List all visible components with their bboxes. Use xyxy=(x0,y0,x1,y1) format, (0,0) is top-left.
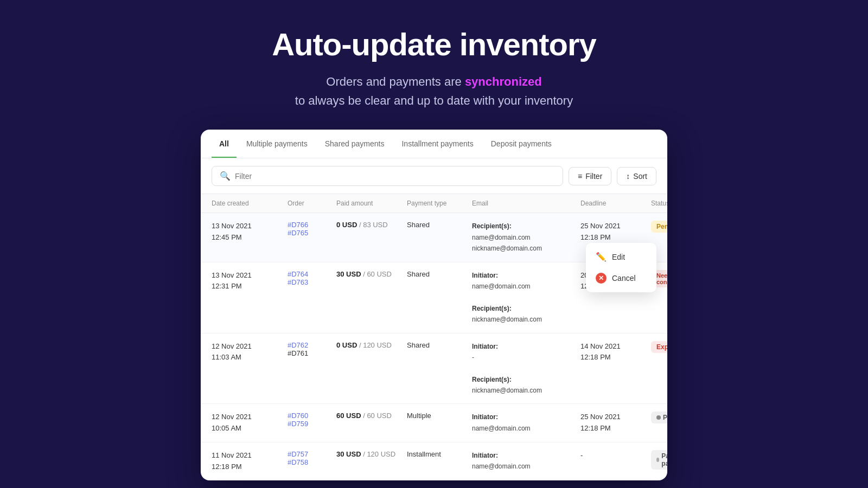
th-email: Email xyxy=(472,200,580,207)
search-box[interactable]: 🔍 xyxy=(212,166,563,186)
deadline-cell: 25 Nov 202112:18 PM xyxy=(580,412,651,434)
filter-button[interactable]: ≡ Filter xyxy=(569,167,611,185)
status-cell: Partially paid xyxy=(651,450,667,470)
email-cell: Initiator: name@domain.com Recipient(s):… xyxy=(472,270,580,325)
th-order: Order xyxy=(288,200,336,207)
paid-amount-cell: 0 USD / 83 USD xyxy=(336,221,407,229)
table-header: Date created Order Paid amount Payment t… xyxy=(201,194,667,213)
search-input[interactable] xyxy=(235,172,555,181)
tab-installment-payments[interactable]: Installment payments xyxy=(394,130,481,158)
date-cell: 11 Nov 202112:18 PM xyxy=(212,450,288,473)
order-link-d757[interactable]: #D757 xyxy=(288,450,336,458)
sort-icon: ↕ xyxy=(626,172,630,181)
status-badge: Expired xyxy=(651,341,667,353)
date-cell: 13 Nov 202112:31 PM xyxy=(212,270,288,293)
status-badge: Pending xyxy=(651,221,667,233)
main-panel: All Multiple payments Shared payments In… xyxy=(201,130,667,480)
th-paid-amount: Paid amount xyxy=(336,200,407,207)
tabs-bar: All Multiple payments Shared payments In… xyxy=(201,130,667,158)
order-link-d765[interactable]: #D765 xyxy=(288,229,336,237)
deadline-cell: 25 Nov 202112:18 PM xyxy=(580,221,651,243)
tab-multiple-payments[interactable]: Multiple payments xyxy=(239,130,315,158)
deadline-cell: 14 Nov 202112:18 PM xyxy=(580,341,651,364)
order-cell: #D757 #D758 xyxy=(288,450,336,466)
hero-title: Auto-update inventory xyxy=(272,26,596,62)
hero-subtitle: Orders and payments are synchronized to … xyxy=(272,72,596,110)
menu-item-edit[interactable]: ✏️ Edit xyxy=(586,246,656,267)
tab-deposit-payments[interactable]: Deposit payments xyxy=(483,130,559,158)
date-cell: 12 Nov 202110:05 AM xyxy=(212,412,288,434)
th-status: Status xyxy=(651,200,667,207)
email-cell: Initiator: name@domain.com xyxy=(472,412,580,434)
table-row: 12 Nov 202111:03 AM #D762 #D761 0 USD / … xyxy=(201,333,667,404)
filter-icon: ≡ xyxy=(578,172,582,181)
order-cell: #D766 #D765 xyxy=(288,221,336,237)
status-badge: Paid xyxy=(651,412,667,423)
context-menu: ✏️ Edit ✕ Cancel xyxy=(586,243,656,292)
subtitle-end: to always be clear and up to date with y… xyxy=(295,94,573,107)
order-cell: #D764 #D763 xyxy=(288,270,336,286)
edit-icon: ✏️ xyxy=(596,252,607,262)
table-row: 12 Nov 202110:05 AM #D760 #D759 60 USD /… xyxy=(201,404,667,442)
order-link-d764[interactable]: #D764 xyxy=(288,270,336,278)
status-cell: Pending xyxy=(651,221,667,233)
edit-label: Edit xyxy=(612,253,625,261)
toolbar: 🔍 ≡ Filter ↕ Sort xyxy=(201,158,667,194)
th-date: Date created xyxy=(212,200,288,207)
order-cell: #D762 #D761 xyxy=(288,341,336,357)
subtitle-highlight: synchronized xyxy=(465,75,542,88)
payment-type-cell: Installment xyxy=(407,450,472,458)
status-badge: Partially paid xyxy=(651,450,667,470)
payment-type-cell: Shared xyxy=(407,221,472,229)
deadline-cell: - xyxy=(580,450,651,461)
order-link-d763[interactable]: #D763 xyxy=(288,278,336,286)
paid-amount-cell: 60 USD / 60 USD xyxy=(336,412,407,420)
status-cell: Expired xyxy=(651,341,667,353)
order-link-d758[interactable]: #D758 xyxy=(288,458,336,466)
cancel-icon: ✕ xyxy=(596,273,607,284)
order-cell: #D760 #D759 xyxy=(288,412,336,428)
payment-type-cell: Shared xyxy=(407,341,472,349)
payment-type-cell: Multiple xyxy=(407,412,472,420)
paid-amount-cell: 30 USD / 120 USD xyxy=(336,450,407,458)
sort-button[interactable]: ↕ Sort xyxy=(617,167,656,185)
cancel-label: Cancel xyxy=(612,274,636,282)
date-cell: 13 Nov 202112:45 PM xyxy=(212,221,288,243)
email-cell: Initiator: name@domain.com xyxy=(472,450,580,472)
status-cell: Paid xyxy=(651,412,667,423)
sort-label: Sort xyxy=(633,172,647,181)
paid-amount-cell: 0 USD / 120 USD xyxy=(336,341,407,349)
email-cell: Recipient(s): name@domain.com nickname@d… xyxy=(472,221,580,254)
paid-amount-cell: 30 USD / 60 USD xyxy=(336,270,407,278)
menu-item-cancel[interactable]: ✕ Cancel xyxy=(586,267,656,289)
subtitle-start: Orders and payments are xyxy=(326,75,465,88)
th-payment-type: Payment type xyxy=(407,200,472,207)
th-deadline: Deadline xyxy=(580,200,651,207)
table-row: 11 Nov 202112:18 PM #D757 #D758 30 USD /… xyxy=(201,442,667,480)
order-link-d762[interactable]: #D762 xyxy=(288,341,336,349)
tab-shared-payments[interactable]: Shared payments xyxy=(317,130,392,158)
hero-section: Auto-update inventory Orders and payment… xyxy=(272,0,596,130)
table-body: 13 Nov 202112:45 PM #D766 #D765 0 USD / … xyxy=(201,213,667,480)
date-cell: 12 Nov 202111:03 AM xyxy=(212,341,288,364)
payment-type-cell: Shared xyxy=(407,270,472,278)
search-icon: 🔍 xyxy=(220,171,231,181)
filter-label: Filter xyxy=(585,172,602,181)
order-link-d766[interactable]: #D766 xyxy=(288,221,336,229)
order-link-d759[interactable]: #D759 xyxy=(288,420,336,428)
tab-all[interactable]: All xyxy=(212,130,237,158)
email-cell: Initiator: - Recipient(s): nickname@doma… xyxy=(472,341,580,396)
order-link-d760[interactable]: #D760 xyxy=(288,412,336,420)
